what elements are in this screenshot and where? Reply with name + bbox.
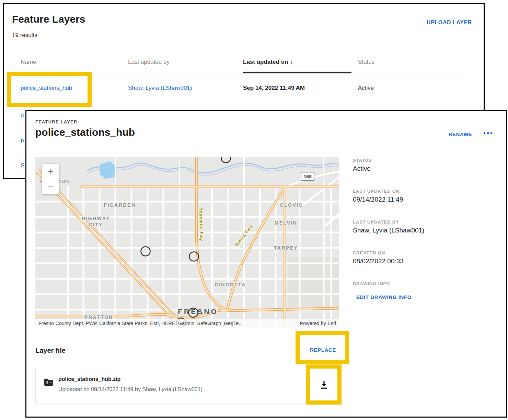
updated-by-link[interactable]: Shaw, Lyvia (LShaw001) [128, 85, 192, 92]
layer-name-link-partial[interactable]: u [21, 111, 24, 118]
detail-title: police_stations_hub [35, 127, 135, 138]
route-shield-label: 168 [303, 174, 312, 179]
drawing-info-label: DRAWING INFO [353, 281, 390, 286]
layer-file-section-title: Layer file [35, 347, 66, 355]
column-header-last-updated-by[interactable]: Last updated by [128, 59, 170, 65]
feature-layer-detail-window: FEATURE LAYER police_stations_hub RENAME… [25, 110, 507, 418]
last-updated-by-value: Shaw, Lyvia (LShaw001) [353, 227, 424, 234]
map-label-highway-city-2: CITY [89, 222, 103, 227]
zip-file-icon [44, 378, 53, 387]
map-label-yosemite-fwy: Yosemite Fwy [198, 208, 204, 241]
last-updated-on-label: LAST UPDATED ON [353, 189, 400, 194]
zoom-out-button[interactable]: − [42, 179, 59, 194]
page-title: Feature Layers [12, 13, 85, 25]
more-options-icon[interactable]: ••• [481, 129, 496, 137]
created-on-value: 08/02/2022 00:33 [353, 257, 404, 265]
map-label-figarden: FIGARDEN [104, 202, 136, 208]
map-zoom-control: + − [42, 164, 59, 194]
created-on-label: CREATED ON [353, 250, 385, 255]
zoom-in-button[interactable]: + [42, 164, 59, 179]
highlight-box-download [306, 364, 342, 405]
file-upload-meta: Uploaded on 09/14/2022 11:49 by Shaw, Ly… [58, 386, 203, 393]
column-header-status[interactable]: Status [358, 59, 374, 65]
upload-layer-button[interactable]: UPLOAD LAYER [427, 20, 472, 26]
layer-name-link-partial[interactable]: S [21, 162, 24, 169]
last-updated-by-label: LAST UPDATED BY [353, 219, 399, 225]
map-preview[interactable]: 168 HERNDON FIGARDEN HIGHWAY CITY CLOVIS… [35, 157, 339, 327]
edit-drawing-info-button[interactable]: EDIT DRAWING INFO [356, 294, 412, 300]
updated-on-value: Sep 14, 2022 11:49 AM [243, 85, 305, 92]
powered-by-esri: Powered by Esri [300, 321, 336, 326]
results-count: 19 results [12, 32, 37, 39]
detail-eyebrow: FEATURE LAYER [35, 119, 78, 124]
highlight-box-layer-name [7, 72, 92, 107]
map-label-melvin: MELVIN [275, 220, 298, 226]
map-attribution-bar: Fresno County Dept. PWP, California Stat… [35, 319, 339, 327]
route-168-shield: 168 [301, 172, 314, 181]
map-label-highway-city-1: HIGHWAY [81, 216, 110, 221]
map-label-clovis: CLOVIS [280, 202, 303, 208]
column-header-name[interactable]: Name [21, 59, 36, 65]
last-updated-on-value: 09/14/2022 11:49 [353, 196, 403, 203]
column-header-last-updated-on[interactable]: Last updated on↓ [243, 59, 293, 65]
layer-name-link-partial[interactable]: p [21, 137, 24, 144]
map-label-cincotta: CINCOTTA [215, 282, 246, 287]
sort-descending-icon: ↓ [290, 59, 293, 65]
rename-button[interactable]: RENAME [448, 131, 472, 137]
file-name: police_stations_hub.zip [58, 376, 120, 382]
status-value: Active [358, 85, 374, 92]
sorted-column-indicator [243, 72, 351, 73]
status-label: STATUS [353, 158, 372, 163]
layer-file-card: police_stations_hub.zip Uploaded on 09/1… [35, 367, 342, 404]
highlight-box-replace [296, 331, 349, 364]
map-label-tarpey: TARPEY [274, 245, 298, 251]
status-value: Active [353, 165, 371, 172]
map-svg: 168 HERNDON FIGARDEN HIGHWAY CITY CLOVIS… [35, 157, 339, 327]
map-attribution-text: Fresno County Dept. PWP, California Stat… [38, 321, 243, 326]
